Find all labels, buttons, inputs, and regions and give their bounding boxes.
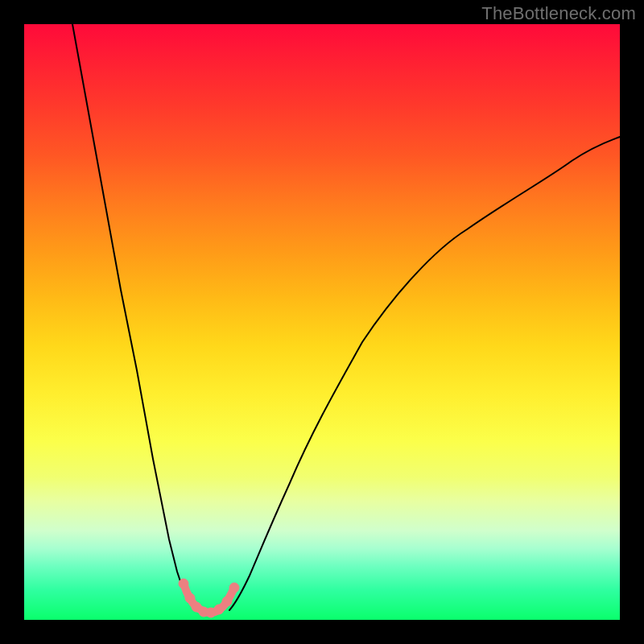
svg-point-7 [229,583,239,592]
svg-point-6 [222,597,232,606]
curve-right [229,137,620,610]
chart-svg [24,24,620,620]
curve-left [72,24,197,610]
valley-markers [179,579,239,617]
plot-area [24,24,620,620]
svg-point-5 [214,605,224,614]
svg-point-1 [185,593,195,603]
watermark-text: TheBottleneck.com [481,3,636,24]
chart-frame: TheBottleneck.com [0,0,644,644]
svg-point-0 [179,579,188,588]
